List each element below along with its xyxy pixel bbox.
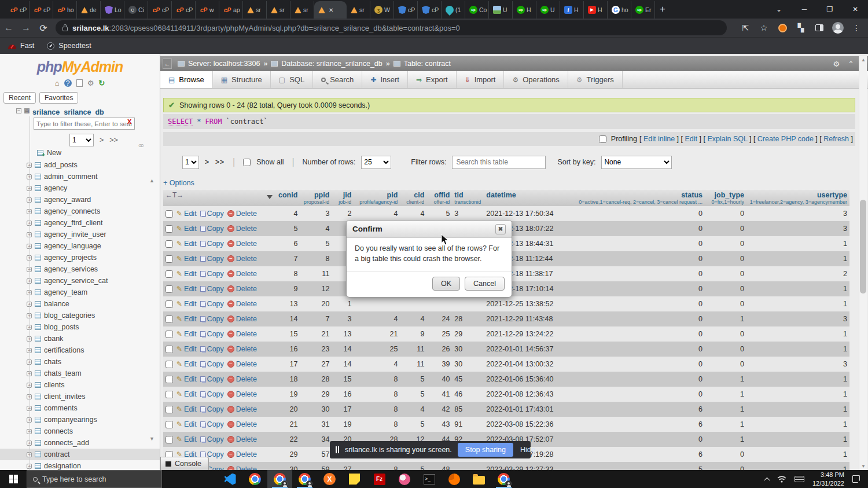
- sidebar-table-agency_service_cat[interactable]: +agency_service_cat: [0, 275, 160, 287]
- edit-link[interactable]: ✎Edit: [176, 435, 197, 443]
- pma-tab-triggers[interactable]: ⚙Triggers: [568, 71, 623, 88]
- home-icon[interactable]: ⌂: [55, 79, 60, 87]
- num-rows-select[interactable]: 25: [361, 156, 391, 169]
- taskbar-clock[interactable]: 3:48 PM 12/31/2022: [812, 471, 844, 487]
- sidebar-last-page[interactable]: >>: [109, 136, 118, 144]
- row-checkbox[interactable]: [165, 361, 173, 368]
- sidebar-table-agency_invite_user[interactable]: +agency_invite_user: [0, 229, 160, 240]
- browser-tab[interactable]: de: [77, 1, 101, 19]
- copy-link[interactable]: Copy: [200, 240, 224, 248]
- action-center-icon[interactable]: [852, 475, 860, 483]
- edit-link[interactable]: ✎Edit: [176, 285, 197, 293]
- delete-link[interactable]: −Delete: [227, 210, 257, 218]
- delete-link[interactable]: −Delete: [227, 435, 257, 443]
- row-checkbox[interactable]: [165, 225, 173, 233]
- sidebar-table-cbank[interactable]: +cbank: [0, 333, 160, 344]
- browser-tab[interactable]: cP: [394, 1, 418, 19]
- sidebar-table-certifications[interactable]: +certifications: [0, 344, 160, 356]
- help-icon[interactable]: ?: [64, 79, 72, 87]
- delete-link[interactable]: −Delete: [227, 345, 257, 353]
- tab-search-chevron-icon[interactable]: ⌄: [766, 5, 792, 13]
- row-checkbox[interactable]: [165, 285, 173, 293]
- taskbar-app-chrome[interactable]: [242, 470, 267, 488]
- copy-link[interactable]: Copy: [200, 300, 224, 308]
- taskbar-app-xampp[interactable]: X: [317, 470, 342, 488]
- sidebar-next-page[interactable]: >: [100, 136, 104, 144]
- stop-sharing-button[interactable]: Stop sharing: [458, 443, 513, 457]
- column-header-pid[interactable]: pidprofile/agency-id: [354, 190, 400, 206]
- copy-link[interactable]: Copy: [200, 285, 224, 293]
- delete-link[interactable]: −Delete: [227, 450, 257, 458]
- taskbar-app-file-explorer[interactable]: [466, 470, 491, 488]
- edit-link[interactable]: ✎Edit: [176, 375, 197, 383]
- taskbar-search[interactable]: Type here to search: [27, 470, 162, 488]
- table-search-input[interactable]: [452, 156, 546, 169]
- sidebar-table-designation[interactable]: +designation: [0, 460, 160, 470]
- delete-link[interactable]: −Delete: [227, 420, 257, 428]
- reload-icon[interactable]: ⟳: [35, 23, 52, 34]
- browser-tab[interactable]: Lo: [101, 1, 124, 19]
- delete-link[interactable]: −Delete: [227, 300, 257, 308]
- column-header-usertype[interactable]: usertype1=freelancer,2=agency, 3=agencym…: [746, 190, 849, 206]
- breadcrumb-server[interactable]: Server: localhost:3306: [188, 60, 260, 68]
- delete-link[interactable]: −Delete: [227, 465, 257, 470]
- column-header-jid[interactable]: jidjob-id: [332, 190, 354, 206]
- copy-link[interactable]: Copy: [200, 405, 224, 413]
- tray-chevron-icon[interactable]: [764, 477, 770, 483]
- next-page-button[interactable]: >: [205, 158, 209, 166]
- edit-link[interactable]: ✎Edit: [176, 315, 197, 323]
- copy-link[interactable]: Copy: [200, 225, 224, 233]
- close-button[interactable]: ✕: [843, 5, 868, 13]
- pma-tab-export[interactable]: ⇒Export: [408, 71, 457, 88]
- sort-key-select[interactable]: None: [601, 156, 672, 169]
- collapse-icon[interactable]: −: [16, 108, 21, 113]
- edit-link[interactable]: ✎Edit: [176, 390, 197, 398]
- sidebar-table-chats[interactable]: +chats: [0, 356, 160, 368]
- cancel-button[interactable]: Cancel: [465, 277, 505, 291]
- keyboard-icon[interactable]: [795, 476, 804, 482]
- taskbar-app-avast[interactable]: [442, 470, 466, 488]
- column-header-datetime[interactable]: datetime: [484, 190, 576, 206]
- row-checkbox[interactable]: [165, 210, 173, 218]
- edit-link[interactable]: ✎Edit: [176, 210, 197, 218]
- bookmark-speedtest[interactable]: Speedtest: [47, 42, 91, 50]
- lock-icon[interactable]: [62, 27, 68, 31]
- sidebar-table-connects[interactable]: +connects: [0, 425, 160, 437]
- dialog-titlebar[interactable]: Confirm ✖: [347, 221, 512, 238]
- sidebar-table-chats_team[interactable]: +chats_team: [0, 368, 160, 379]
- hide-button[interactable]: Hide: [520, 446, 535, 454]
- settings-gear-icon[interactable]: ⚙: [87, 79, 94, 87]
- profiling-checkbox[interactable]: [599, 135, 606, 143]
- browser-tab[interactable]: sr: [347, 1, 370, 19]
- new-table-item[interactable]: New: [0, 146, 160, 159]
- extensions-puzzle-icon[interactable]: ▚: [793, 20, 809, 36]
- sidebar-table-agency[interactable]: +agency: [0, 182, 160, 194]
- browser-tab[interactable]: upCo: [465, 1, 489, 19]
- row-checkbox[interactable]: [165, 436, 173, 443]
- tab-close-icon[interactable]: ✕: [329, 7, 333, 13]
- row-checkbox[interactable]: [165, 255, 173, 263]
- pma-tab-browse[interactable]: ▤Browse: [160, 71, 213, 88]
- taskbar-app-filezilla[interactable]: Fz: [367, 470, 392, 488]
- column-header-tid[interactable]: tidtransctionid: [452, 190, 484, 206]
- show-all-checkbox[interactable]: [243, 159, 251, 166]
- browser-tab[interactable]: cPcP: [148, 1, 172, 19]
- row-checkbox[interactable]: [165, 270, 173, 278]
- copy-link[interactable]: Copy: [200, 420, 224, 428]
- console-button[interactable]: Console: [160, 457, 209, 470]
- new-tab-button[interactable]: +: [660, 3, 665, 15]
- recent-button[interactable]: Recent: [3, 92, 36, 104]
- taskbar-app-pink-app[interactable]: [392, 470, 417, 488]
- favorites-button[interactable]: Favorites: [39, 92, 78, 104]
- page-settings-gear-icon[interactable]: ⚙: [833, 60, 840, 68]
- sidebar-table-agency_services[interactable]: +agency_services: [0, 263, 160, 275]
- browser-tab[interactable]: ӡW: [370, 1, 394, 19]
- taskbar-app-chrome-profile-2[interactable]: [292, 470, 317, 488]
- column-header-cid[interactable]: cidclient-id: [400, 190, 426, 206]
- browser-tab[interactable]: iH: [560, 1, 584, 19]
- forward-icon[interactable]: →: [17, 23, 35, 33]
- browser-tab[interactable]: cPw: [196, 1, 219, 19]
- sidebar-table-contract[interactable]: +contract: [0, 449, 160, 460]
- sidebar-table-agency_award[interactable]: +agency_award: [0, 194, 160, 206]
- back-icon[interactable]: ←: [0, 23, 17, 33]
